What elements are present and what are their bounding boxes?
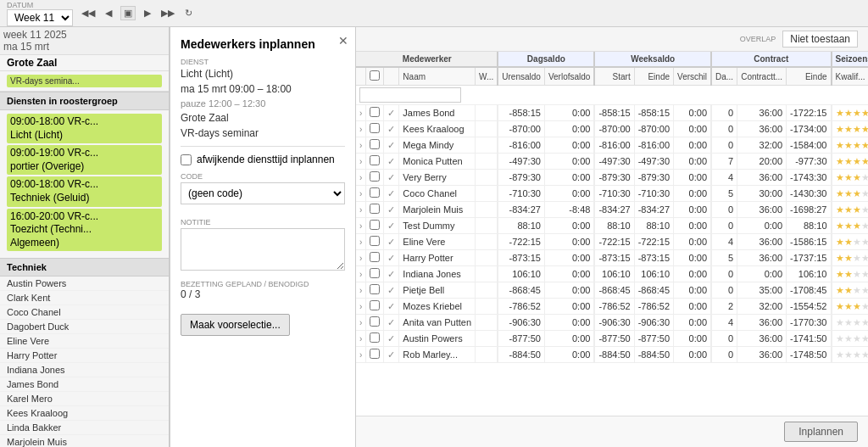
expand-button[interactable]: › xyxy=(359,141,362,150)
check-cell[interactable] xyxy=(366,137,384,154)
table-row[interactable]: › ✓ Very Berry -879:30 0:00 -879:30 -879… xyxy=(356,170,868,186)
table-row[interactable]: › ✓ Anita van Putten -906:30 0:00 -906:3… xyxy=(356,315,868,331)
nav-prev-prev[interactable]: ◀◀ xyxy=(80,7,97,20)
person-item[interactable]: Coco Chanel xyxy=(0,305,169,320)
expand-cell[interactable]: › xyxy=(356,331,366,347)
row-checkbox[interactable] xyxy=(370,236,380,246)
check-cell[interactable] xyxy=(366,250,384,266)
row-checkbox[interactable] xyxy=(370,171,380,182)
check-cell[interactable] xyxy=(366,154,384,170)
expand-cell[interactable]: › xyxy=(356,347,366,363)
check-cell[interactable] xyxy=(366,347,384,363)
table-row[interactable]: › ✓ Rob Marley... -884:50 0:00 -884:50 -… xyxy=(356,347,868,363)
row-checkbox[interactable] xyxy=(370,252,380,262)
check-cell[interactable] xyxy=(366,186,384,202)
expand-button[interactable]: › xyxy=(359,157,362,166)
expand-cell[interactable]: › xyxy=(356,154,366,170)
table-row[interactable]: › ✓ Eline Vere -722:15 0:00 -722:15 -722… xyxy=(356,234,868,250)
overlap-value[interactable]: Niet toestaan xyxy=(782,31,858,47)
table-row[interactable]: › ✓ Coco Chanel -710:30 0:00 -710:30 -71… xyxy=(356,186,868,202)
table-row[interactable]: › ✓ Harry Potter -873:15 0:00 -873:15 -8… xyxy=(356,250,868,266)
code-select[interactable]: (geen code) xyxy=(181,182,345,204)
afwijkende-checkbox[interactable] xyxy=(181,154,192,165)
expand-cell[interactable]: › xyxy=(356,266,366,282)
voorselectie-button[interactable]: Maak voorselectie... xyxy=(181,314,290,336)
check-cell[interactable] xyxy=(366,105,384,121)
table-row[interactable]: › ✓ Monica Putten -497:30 0:00 -497:30 -… xyxy=(356,154,868,170)
expand-button[interactable]: › xyxy=(359,286,362,295)
person-item[interactable]: Dagobert Duck xyxy=(0,320,169,334)
expand-cell[interactable]: › xyxy=(356,105,366,121)
expand-cell[interactable]: › xyxy=(356,121,366,137)
expand-button[interactable]: › xyxy=(359,237,362,247)
check-cell[interactable] xyxy=(366,331,384,347)
expand-button[interactable]: › xyxy=(359,221,362,231)
expand-button[interactable]: › xyxy=(359,318,362,327)
nav-next[interactable]: ▶ xyxy=(142,7,153,20)
search-input[interactable] xyxy=(359,87,461,103)
check-cell[interactable] xyxy=(366,299,384,315)
expand-button[interactable]: › xyxy=(359,125,362,134)
nav-today[interactable]: ▣ xyxy=(120,6,136,20)
row-checkbox[interactable] xyxy=(370,332,380,343)
expand-button[interactable]: › xyxy=(359,189,362,198)
check-cell[interactable] xyxy=(366,121,384,137)
row-checkbox[interactable] xyxy=(370,107,380,117)
person-item[interactable]: Marjolein Muis xyxy=(0,435,169,447)
row-checkbox[interactable] xyxy=(370,187,380,198)
check-cell[interactable] xyxy=(366,218,384,234)
person-item[interactable]: Harry Potter xyxy=(0,349,169,363)
row-checkbox[interactable] xyxy=(370,284,380,294)
week-dropdown[interactable]: Week 11 xyxy=(7,9,73,26)
row-checkbox[interactable] xyxy=(370,220,380,230)
check-cell[interactable] xyxy=(366,234,384,250)
table-row[interactable]: › ✓ Austin Powers -877:50 0:00 -877:50 -… xyxy=(356,331,868,347)
expand-button[interactable]: › xyxy=(359,109,362,118)
check-cell[interactable] xyxy=(366,266,384,282)
table-row[interactable]: › ✓ Mozes Kriebel -786:52 0:00 -786:52 -… xyxy=(356,299,868,315)
row-checkbox[interactable] xyxy=(370,349,380,359)
select-all-checkbox[interactable] xyxy=(370,70,380,81)
row-checkbox[interactable] xyxy=(370,123,380,133)
table-row[interactable]: › ✓ James Bond -858:15 0:00 -858:15 -858… xyxy=(356,105,868,121)
inplannen-button[interactable]: Inplannen xyxy=(784,422,858,442)
modal-close-button[interactable]: ✕ xyxy=(338,34,348,47)
nav-next-next[interactable]: ▶▶ xyxy=(159,7,176,20)
check-cell[interactable] xyxy=(366,282,384,299)
expand-cell[interactable]: › xyxy=(356,186,366,202)
person-item[interactable]: Austin Powers xyxy=(0,277,169,291)
person-item[interactable]: Eline Vere xyxy=(0,334,169,349)
expand-cell[interactable]: › xyxy=(356,234,366,250)
row-checkbox[interactable] xyxy=(370,316,380,327)
person-item[interactable]: James Bond xyxy=(0,377,169,392)
nav-refresh[interactable]: ↻ xyxy=(183,7,194,20)
expand-cell[interactable]: › xyxy=(356,218,366,234)
grote-zaal-event[interactable]: VR-days semina... xyxy=(7,75,162,87)
notitie-textarea[interactable] xyxy=(181,228,345,271)
expand-cell[interactable]: › xyxy=(356,137,366,154)
table-row[interactable]: › ✓ Mega Mindy -816:00 0:00 -816:00 -816… xyxy=(356,137,868,154)
expand-button[interactable]: › xyxy=(359,173,362,182)
expand-button[interactable]: › xyxy=(359,254,362,263)
check-cell[interactable] xyxy=(366,170,384,186)
table-row[interactable]: › ✓ Test Dummy 88:10 0:00 88:10 88:10 0:… xyxy=(356,218,868,234)
row-checkbox[interactable] xyxy=(370,268,380,278)
expand-button[interactable]: › xyxy=(359,302,362,311)
expand-cell[interactable]: › xyxy=(356,170,366,186)
person-item[interactable]: Karel Mero xyxy=(0,392,169,406)
table-row[interactable]: › ✓ Marjolein Muis -834:27 -8:48 -834:27… xyxy=(356,202,868,218)
expand-cell[interactable]: › xyxy=(356,202,366,218)
table-row[interactable]: › ✓ Indiana Jones 106:10 0:00 106:10 106… xyxy=(356,266,868,282)
person-item[interactable]: Kees Kraaloog xyxy=(0,406,169,421)
expand-button[interactable]: › xyxy=(359,270,362,279)
row-checkbox[interactable] xyxy=(370,300,380,310)
expand-button[interactable]: › xyxy=(359,334,362,344)
nav-prev[interactable]: ◀ xyxy=(103,7,114,20)
expand-cell[interactable]: › xyxy=(356,250,366,266)
row-checkbox[interactable] xyxy=(370,204,380,214)
expand-button[interactable]: › xyxy=(359,205,362,215)
expand-cell[interactable]: › xyxy=(356,315,366,331)
table-row[interactable]: › ✓ Kees Kraaloog -870:00 0:00 -870:00 -… xyxy=(356,121,868,137)
person-item[interactable]: Clark Kent xyxy=(0,291,169,305)
person-item[interactable]: Indiana Jones xyxy=(0,363,169,377)
